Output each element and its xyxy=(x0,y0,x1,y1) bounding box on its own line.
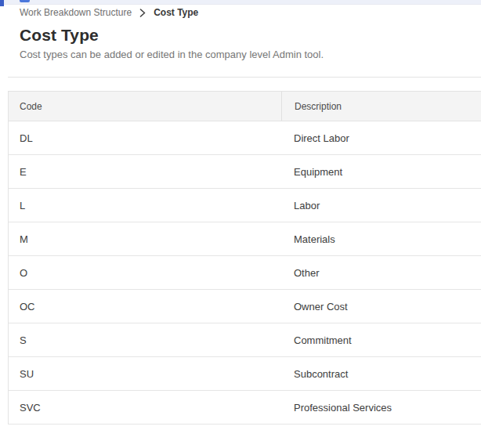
table-body: DL Direct Labor E Equipment L Labor M Ma… xyxy=(9,121,481,425)
table-row: E Equipment xyxy=(9,155,481,189)
top-toolbar-strip xyxy=(0,0,481,5)
column-header-code: Code xyxy=(9,92,281,121)
breadcrumb-parent-link[interactable]: Work Breakdown Structure xyxy=(20,7,132,18)
cell-description: Other xyxy=(281,267,481,279)
cell-description: Materials xyxy=(281,233,481,245)
table-row: DL Direct Labor xyxy=(9,121,481,155)
table-header-row: Code Description xyxy=(9,92,481,121)
chevron-right-icon xyxy=(139,9,146,17)
cost-type-table: Code Description DL Direct Labor E Equip… xyxy=(8,91,481,425)
cell-description: Commitment xyxy=(281,334,481,346)
tab-indicator-icon xyxy=(20,0,30,2)
column-header-description: Description xyxy=(281,92,481,121)
cell-description: Equipment xyxy=(281,166,481,178)
breadcrumb: Work Breakdown Structure Cost Type xyxy=(20,7,198,18)
table-row: M Materials xyxy=(9,222,481,256)
section-divider xyxy=(8,77,481,78)
cell-code: DL xyxy=(9,132,281,144)
table-row: OC Owner Cost xyxy=(9,290,481,323)
cell-code: M xyxy=(9,233,281,245)
table-row: S Commitment xyxy=(9,323,481,357)
cell-code: O xyxy=(9,267,281,279)
table-row: SVC Professional Services xyxy=(9,391,481,425)
table-row: O Other xyxy=(9,256,481,290)
cell-description: Professional Services xyxy=(281,402,481,414)
cell-description: Owner Cost xyxy=(281,301,481,313)
cell-code: E xyxy=(9,166,281,178)
page-subtitle: Cost types can be added or edited in the… xyxy=(20,49,324,60)
table-row: L Labor xyxy=(9,189,481,222)
breadcrumb-current: Cost Type xyxy=(154,7,198,18)
cell-code: OC xyxy=(9,301,281,313)
corner-accent-square xyxy=(0,0,4,6)
cell-code: SU xyxy=(9,368,281,380)
cell-code: L xyxy=(9,200,281,211)
cell-description: Subcontract xyxy=(281,368,481,380)
cell-code: SVC xyxy=(9,402,281,414)
page-title: Cost Type xyxy=(20,26,99,45)
cell-description: Labor xyxy=(281,200,481,211)
cell-description: Direct Labor xyxy=(281,132,481,144)
table-row: SU Subcontract xyxy=(9,357,481,391)
cell-code: S xyxy=(9,334,281,346)
